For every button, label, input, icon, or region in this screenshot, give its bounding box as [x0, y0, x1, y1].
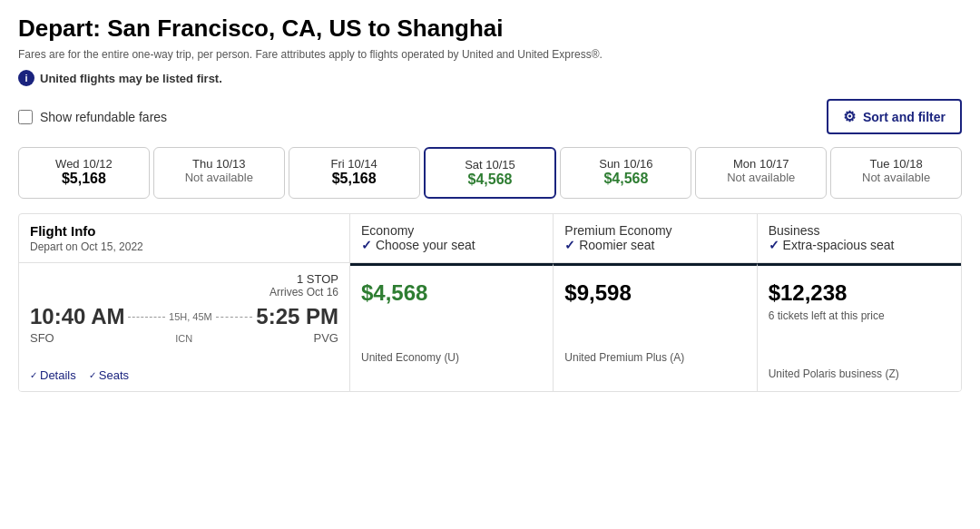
arr-airport: PVG [314, 331, 338, 345]
col-title-economy[interactable]: Economy [361, 223, 542, 238]
date-label-tue: Tue 10/18 [838, 157, 954, 171]
subtitle: Fares are for the entire one-way trip, p… [18, 48, 962, 61]
main-grid: Flight Info Depart on Oct 15, 2022 Econo… [18, 213, 962, 392]
col-header-premium: Premium Economy✓ Roomier seat [554, 214, 757, 263]
fare-type-business: United Polaris business (Z) [769, 367, 950, 380]
seats-chevron-icon: ✓ [89, 370, 96, 380]
info-banner: i United flights may be listed first. [18, 70, 962, 86]
sort-filter-label: Sort and filter [863, 110, 946, 124]
price-cell-premium[interactable]: $9,598United Premium Plus (A) [554, 263, 757, 391]
date-card-wed[interactable]: Wed 10/12$5,168 [18, 147, 150, 199]
date-label-fri: Fri 10/14 [297, 157, 412, 171]
date-price-wed: $5,168 [26, 171, 142, 187]
fare-type-economy: United Economy (U) [361, 351, 542, 364]
arrives-label: Arrives Oct 16 [30, 286, 338, 299]
date-label-thu: Thu 10/13 [162, 157, 277, 171]
price-amount-business: $12,238 [769, 280, 950, 306]
sort-filter-button[interactable]: ⚙ Sort and filter [827, 99, 962, 134]
dep-airport: SFO [30, 331, 54, 345]
col-title-business[interactable]: Business [769, 223, 950, 238]
seats-link[interactable]: ✓ Seats [89, 368, 129, 382]
check-icon-economy: ✓ [361, 238, 372, 252]
flight-info-header: Flight Info Depart on Oct 15, 2022 [19, 214, 350, 263]
price-amount-economy: $4,568 [361, 280, 542, 306]
col-feature-premium: ✓ Roomier seat [564, 238, 745, 252]
date-card-sun[interactable]: Sun 10/16$4,568 [560, 147, 691, 199]
date-card-sat[interactable]: Sat 10/15$4,568 [424, 147, 557, 199]
route-line: 15H, 45M [124, 311, 256, 322]
date-label-sun: Sun 10/16 [568, 157, 683, 171]
date-card-thu[interactable]: Thu 10/13Not available [153, 147, 285, 199]
flight-info-content: 1 STOP Arrives Oct 16 10:40 AM 15H, 45M … [19, 263, 350, 391]
fare-type-premium: United Premium Plus (A) [564, 351, 745, 364]
col-feature-economy: ✓ Choose your seat [361, 238, 542, 252]
stops-label: 1 STOP [30, 272, 338, 286]
details-link[interactable]: ✓ Details [30, 368, 76, 382]
refundable-fares-label: Show refundable fares [40, 110, 167, 124]
price-amount-premium: $9,598 [564, 280, 745, 306]
date-label-wed: Wed 10/12 [26, 157, 142, 171]
departure-time: 10:40 AM [30, 304, 124, 329]
date-label-mon: Mon 10/17 [703, 157, 818, 171]
date-unavailable-tue: Not available [838, 171, 954, 184]
check-icon-premium: ✓ [564, 238, 575, 252]
controls-row: Show refundable fares ⚙ Sort and filter [18, 99, 962, 134]
dotted-line-left [128, 317, 165, 318]
date-label-sat: Sat 10/15 [433, 158, 548, 171]
route-duration: 15H, 45M [169, 311, 212, 322]
refundable-fares-checkbox-label[interactable]: Show refundable fares [18, 110, 167, 124]
via-airport: ICN [175, 333, 192, 344]
seats-label: Seats [99, 368, 129, 382]
stop-info: 1 STOP Arrives Oct 16 [30, 272, 338, 299]
sort-icon: ⚙ [843, 108, 856, 125]
date-price-sun: $4,568 [568, 171, 683, 187]
details-label: Details [40, 368, 76, 382]
check-icon-business: ✓ [769, 238, 779, 252]
date-card-mon[interactable]: Mon 10/17Not available [695, 147, 827, 199]
date-unavailable-mon: Not available [703, 171, 818, 184]
depart-date: Depart on Oct 15, 2022 [30, 240, 338, 253]
arrival-time: 5:25 PM [256, 304, 338, 329]
times-row: 10:40 AM 15H, 45M 5:25 PM [30, 304, 338, 329]
date-card-tue[interactable]: Tue 10/18Not available [830, 147, 962, 199]
refundable-fares-checkbox[interactable] [18, 110, 33, 124]
col-header-economy: Economy✓ Choose your seat [350, 214, 554, 263]
col-title-premium[interactable]: Premium Economy [564, 223, 745, 238]
col-feature-business: ✓ Extra-spacious seat [769, 238, 950, 252]
col-header-business: Business✓ Extra-spacious seat [758, 214, 961, 263]
flight-info-title: Flight Info [30, 223, 338, 239]
info-icon: i [18, 70, 34, 86]
date-card-fri[interactable]: Fri 10/14$5,168 [289, 147, 420, 199]
price-cell-business[interactable]: $12,2386 tickets left at this priceUnite… [758, 263, 961, 391]
date-unavailable-thu: Not available [162, 171, 277, 184]
date-price-sat: $4,568 [433, 171, 548, 188]
info-banner-text: United flights may be listed first. [40, 72, 222, 85]
date-strip: Wed 10/12$5,168Thu 10/13Not availableFri… [18, 147, 962, 199]
tickets-left-business: 6 tickets left at this price [769, 309, 950, 322]
chevron-down-icon: ✓ [30, 370, 37, 380]
date-price-fri: $5,168 [297, 171, 412, 187]
dotted-line-right [216, 317, 253, 318]
details-row: ✓ Details ✓ Seats [30, 368, 338, 382]
page-title: Depart: San Francisco, CA, US to Shangha… [18, 15, 962, 43]
airports-row: SFO ICN PVG [30, 331, 338, 345]
price-cell-economy[interactable]: $4,568United Economy (U) [350, 263, 554, 391]
